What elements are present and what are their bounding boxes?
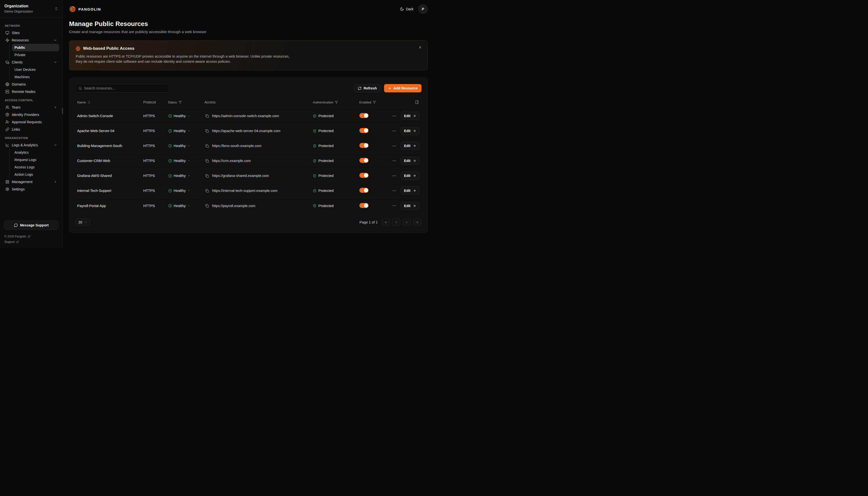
status-dropdown[interactable]: Healthy bbox=[168, 203, 191, 209]
column-header-name[interactable]: Name bbox=[77, 100, 143, 104]
sidebar-item-approval-requests[interactable]: Approval Requests bbox=[3, 118, 59, 126]
info-banner: Web-based Public Access Public resources… bbox=[69, 41, 428, 70]
sidebar: Organization Demo Organization NETWORK S… bbox=[0, 0, 63, 248]
sidebar-item-settings[interactable]: Settings bbox=[3, 186, 59, 193]
row-menu-button[interactable] bbox=[391, 173, 397, 179]
user-check-icon bbox=[5, 120, 9, 124]
message-support-button[interactable]: Message Support bbox=[4, 220, 59, 230]
sidebar-item-analytics[interactable]: Analytics bbox=[12, 149, 59, 156]
resource-url[interactable]: https://internal-tech-support.example.co… bbox=[212, 189, 277, 192]
enabled-toggle[interactable] bbox=[359, 188, 369, 193]
row-menu-button[interactable] bbox=[391, 188, 397, 194]
page-size-select[interactable]: 20 bbox=[75, 218, 91, 226]
sidebar-item-sites[interactable]: Sites bbox=[3, 29, 59, 36]
enabled-toggle[interactable] bbox=[359, 128, 369, 133]
chevron-down-icon bbox=[187, 144, 190, 147]
chevrons-left-icon bbox=[384, 220, 387, 224]
copy-url-button[interactable] bbox=[205, 188, 210, 193]
add-resource-button[interactable]: Add Resource bbox=[384, 84, 421, 92]
sort-icon bbox=[87, 101, 91, 104]
enabled-toggle[interactable] bbox=[359, 203, 369, 208]
column-header-status[interactable]: Status bbox=[168, 100, 205, 104]
shield-check-icon bbox=[313, 204, 317, 207]
filter-icon bbox=[335, 101, 338, 104]
enabled-toggle[interactable] bbox=[359, 113, 369, 118]
user-avatar[interactable]: P bbox=[418, 4, 428, 14]
sidebar-item-links[interactable]: Links bbox=[3, 126, 59, 133]
resource-url[interactable]: https://grafana-shared.example.com bbox=[212, 174, 269, 178]
edit-button[interactable]: Edit bbox=[401, 172, 420, 180]
edit-button[interactable]: Edit bbox=[401, 127, 420, 135]
edit-button[interactable]: Edit bbox=[401, 186, 420, 195]
copy-url-button[interactable] bbox=[205, 113, 210, 119]
sidebar-item-clients[interactable]: Clients bbox=[3, 59, 59, 66]
edit-button[interactable]: Edit bbox=[401, 202, 420, 210]
table-footer: 20 Page 1 of 1 bbox=[75, 218, 421, 227]
table-row: Apache-Web-Server-04 HTTPS Healthy bbox=[75, 124, 421, 138]
column-header-authentication[interactable]: Authentication bbox=[313, 100, 359, 104]
sidebar-item-request-logs[interactable]: Request Logs bbox=[12, 156, 59, 164]
status-dropdown[interactable]: Healthy bbox=[168, 158, 191, 164]
prev-page-button[interactable] bbox=[392, 218, 400, 227]
chevron-down-icon bbox=[54, 143, 57, 147]
status-dropdown[interactable]: Healthy bbox=[168, 173, 191, 179]
enabled-toggle[interactable] bbox=[359, 173, 369, 178]
edit-button[interactable]: Edit bbox=[401, 157, 420, 165]
sidebar-item-public[interactable]: Public bbox=[12, 44, 59, 51]
org-switcher[interactable]: Organization Demo Organization bbox=[0, 0, 62, 17]
resource-url[interactable]: https://apache-web-server-04.example.com bbox=[212, 129, 280, 133]
row-menu-button[interactable] bbox=[391, 128, 397, 134]
sidebar-item-private[interactable]: Private bbox=[12, 51, 59, 59]
sidebar-item-identity-providers[interactable]: Identity Providers bbox=[3, 111, 59, 118]
search-input[interactable] bbox=[84, 86, 166, 90]
sidebar-resize-handle[interactable] bbox=[62, 108, 63, 114]
resource-name: Payroll-Portal-App bbox=[77, 204, 143, 208]
resource-name: Apache-Web-Server-04 bbox=[77, 129, 143, 133]
support-link[interactable]: Support bbox=[4, 239, 58, 245]
theme-toggle[interactable]: Dark bbox=[400, 7, 414, 11]
column-visibility-button[interactable] bbox=[414, 99, 420, 105]
status-dropdown[interactable]: Healthy bbox=[168, 188, 191, 193]
enabled-toggle[interactable] bbox=[359, 143, 369, 148]
row-menu-button[interactable] bbox=[391, 203, 397, 209]
resource-url[interactable]: https://crm.example.com bbox=[212, 159, 251, 163]
sidebar-item-machines[interactable]: Machines bbox=[12, 73, 59, 81]
edit-button[interactable]: Edit bbox=[401, 112, 420, 120]
copy-url-button[interactable] bbox=[205, 128, 210, 134]
row-menu-button[interactable] bbox=[391, 113, 397, 119]
status-dropdown[interactable]: Healthy bbox=[168, 113, 191, 119]
status-dropdown[interactable]: Healthy bbox=[168, 128, 191, 134]
first-page-button[interactable] bbox=[382, 218, 390, 227]
users-icon bbox=[5, 105, 9, 109]
sidebar-item-logs-analytics[interactable]: Logs & Analytics bbox=[3, 141, 59, 149]
copy-url-button[interactable] bbox=[205, 158, 210, 164]
copy-url-button[interactable] bbox=[205, 203, 210, 208]
resource-url[interactable]: https://admin-console-switch.example.com bbox=[212, 114, 279, 118]
last-page-button[interactable] bbox=[413, 218, 421, 227]
enabled-toggle[interactable] bbox=[359, 158, 369, 163]
table-row: Admin-Switch-Console HTTPS Healthy bbox=[75, 109, 421, 124]
refresh-button[interactable]: Refresh bbox=[354, 84, 381, 93]
edit-button[interactable]: Edit bbox=[401, 142, 420, 150]
sidebar-item-team[interactable]: Team bbox=[3, 104, 59, 111]
resource-url[interactable]: https://bms-south.example.com bbox=[212, 144, 261, 148]
status-dropdown[interactable]: Healthy bbox=[168, 143, 191, 149]
next-page-button[interactable] bbox=[403, 218, 411, 227]
resource-name: Internal-Tech-Support bbox=[77, 189, 143, 192]
row-menu-button[interactable] bbox=[391, 143, 397, 149]
copyright-link[interactable]: © 2026 Pangolin bbox=[4, 234, 58, 239]
row-menu-button[interactable] bbox=[391, 158, 397, 164]
copy-url-button[interactable] bbox=[205, 143, 210, 149]
column-header-enabled[interactable]: Enabled bbox=[359, 100, 386, 104]
sidebar-item-user-devices[interactable]: User Devices bbox=[12, 66, 59, 73]
sidebar-item-domains[interactable]: Domains bbox=[3, 81, 59, 88]
server-icon bbox=[5, 90, 9, 94]
sidebar-item-action-logs[interactable]: Action Logs bbox=[12, 171, 59, 178]
sidebar-item-remote-nodes[interactable]: Remote Nodes bbox=[3, 88, 59, 95]
sidebar-item-resources[interactable]: Resources bbox=[3, 36, 59, 44]
banner-close-button[interactable] bbox=[417, 45, 423, 50]
sidebar-item-management[interactable]: Management bbox=[3, 178, 59, 186]
resource-url[interactable]: https://payroll.example.com bbox=[212, 204, 255, 208]
sidebar-item-access-logs[interactable]: Access Logs bbox=[12, 164, 59, 171]
copy-url-button[interactable] bbox=[205, 173, 210, 179]
